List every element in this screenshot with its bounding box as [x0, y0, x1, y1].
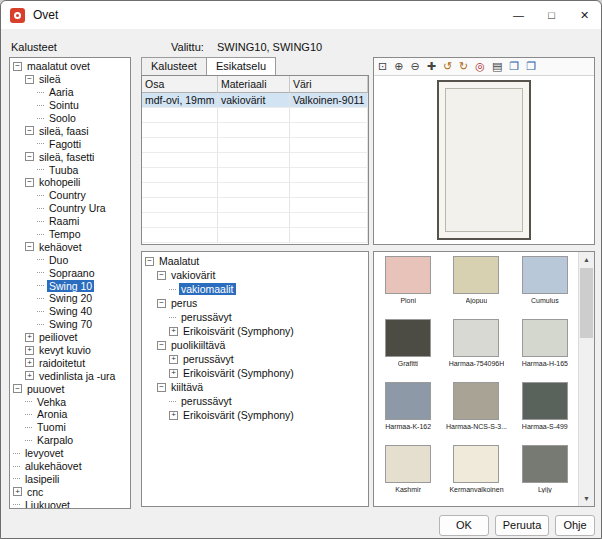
tree-item-label[interactable]: maalatut ovet	[25, 60, 92, 72]
color-swatch-cumulus[interactable]: Cumulus	[511, 256, 579, 319]
tree-item-label[interactable]: Swing 70	[47, 318, 94, 330]
tree-item-perus[interactable]: −perus	[142, 296, 368, 310]
fit-window-icon[interactable]: ⊡	[378, 61, 387, 72]
tree-item-label[interactable]: puolikiiltävä	[169, 339, 227, 351]
color-swatch-lyijy[interactable]: Lyijy	[511, 445, 579, 507]
tree-item-sointu[interactable]: Sointu	[10, 99, 130, 112]
table-cell[interactable]: mdf-ovi, 19mm (k)	[142, 93, 218, 108]
zoom-in-icon[interactable]: ⊕	[394, 61, 403, 72]
tree-item-liukuovet[interactable]: Liukuovet	[10, 498, 130, 509]
swatch-color[interactable]	[385, 256, 431, 294]
swatch-color[interactable]	[453, 319, 499, 357]
tree-item-label[interactable]: perussävyt	[179, 395, 234, 407]
tree-item-perussävyt[interactable]: perussävyt	[142, 310, 368, 324]
swatch-color[interactable]	[453, 445, 499, 483]
tree-item-aaria[interactable]: Aaria	[10, 86, 130, 99]
tree-item-label[interactable]: Karpalo	[35, 434, 75, 446]
expand-icon[interactable]: +	[169, 355, 178, 364]
zoom-out-icon[interactable]: ⊖	[410, 61, 419, 72]
tree-item-label[interactable]: Sointu	[47, 99, 81, 111]
tree-item-label[interactable]: lasipeili	[23, 473, 61, 485]
tree-item-label[interactable]: vedinlista ja -ura	[37, 370, 117, 382]
tree-item-label[interactable]: Aaria	[47, 86, 76, 98]
tree-item-label[interactable]: perus	[169, 297, 199, 309]
collapse-icon[interactable]: −	[25, 152, 34, 161]
tree-item-label[interactable]: Tempo	[47, 228, 83, 240]
expand-icon[interactable]: +	[169, 411, 178, 420]
tree-item-country[interactable]: Country	[10, 189, 130, 202]
pan-icon[interactable]: ✚	[427, 61, 436, 72]
collapse-icon[interactable]: −	[157, 341, 166, 350]
collapse-icon[interactable]: −	[145, 257, 154, 266]
tree-item-karpalo[interactable]: Karpalo	[10, 434, 130, 447]
close-icon[interactable]: ✕	[568, 1, 601, 29]
expand-icon[interactable]: +	[25, 371, 34, 380]
tree-item-label[interactable]: vakiovärit	[169, 269, 217, 281]
tree-item-maalatut-ovet[interactable]: −maalatut ovet	[10, 60, 130, 73]
tree-item-label[interactable]: Fagotti	[47, 138, 83, 150]
tree-item-label[interactable]: Swing 10	[47, 280, 94, 292]
tree-item-puuovet[interactable]: −puuovet	[10, 382, 130, 395]
color-swatch-grafitti[interactable]: Grafitti	[374, 319, 442, 382]
tree-item-vehka[interactable]: Vehka	[10, 395, 130, 408]
tree-item-label[interactable]: cnc	[25, 486, 45, 498]
swatch-color[interactable]	[453, 382, 499, 420]
tree-item-label[interactable]: Liukuovet	[23, 499, 72, 509]
swatch-color[interactable]	[522, 319, 568, 357]
tree-item-raidoitetut[interactable]: +raidoitetut	[10, 356, 130, 369]
color-swatch-harmaa-k-162[interactable]: Harmaa-K-162	[374, 382, 442, 445]
tree-item-label[interactable]: Maalatut	[157, 255, 201, 267]
tree-item-label[interactable]: Soolo	[47, 112, 78, 124]
rotate-right-icon[interactable]: ↻	[459, 61, 468, 72]
color-swatch-harmaa-ncs-s-3[interactable]: Harmaa-NCS-S-3...	[442, 382, 510, 445]
color-picker-icon[interactable]: ◎	[475, 61, 485, 72]
swatch-color[interactable]	[522, 445, 568, 483]
swatch-color[interactable]	[385, 445, 431, 483]
swatch-color[interactable]	[522, 256, 568, 294]
tree-item-label[interactable]: sileä, faasi	[37, 125, 91, 137]
tab-esikatselu[interactable]: Esikatselu	[206, 57, 276, 75]
tree-item-label[interactable]: levyovet	[23, 447, 66, 459]
tree-item-swing-40[interactable]: Swing 40	[10, 305, 130, 318]
tree-item-lasipeili[interactable]: lasipeili	[10, 473, 130, 486]
color-swatch-harmaa-754096h[interactable]: Harmaa-754096H	[442, 319, 510, 382]
cancel-button[interactable]: Peruuta	[495, 515, 549, 536]
tree-item-alukehäovet[interactable]: alukehäovet	[10, 460, 130, 473]
copy-icon[interactable]: ❐	[509, 61, 519, 72]
tree-item-sileä-fasetti[interactable]: −sileä, fasetti	[10, 150, 130, 163]
tree-item-label[interactable]: Tuomi	[35, 421, 68, 433]
tree-item-label[interactable]: peiliovet	[37, 331, 80, 343]
tree-item-perussävyt[interactable]: +perussävyt	[142, 352, 368, 366]
tree-item-label[interactable]: Erikoisvärit (Symphony)	[181, 325, 296, 337]
color-swatch-harmaa-s-499[interactable]: Harmaa-S-499	[511, 382, 579, 445]
expand-icon[interactable]: +	[13, 487, 22, 496]
swatch-color[interactable]	[385, 319, 431, 357]
collapse-icon[interactable]: −	[157, 271, 166, 280]
tree-item-label[interactable]: kehäovet	[37, 241, 84, 253]
ok-button[interactable]: OK	[439, 515, 489, 536]
tree-item-sileä-faasi[interactable]: −sileä, faasi	[10, 124, 130, 137]
tree-item-label[interactable]: kiiltävä	[169, 381, 205, 393]
tree-item-label[interactable]: Swing 20	[47, 292, 94, 304]
tree-item-tuomi[interactable]: Tuomi	[10, 421, 130, 434]
tree-item-tuuba[interactable]: Tuuba	[10, 163, 130, 176]
tree-item-erikoisvärit-symphony[interactable]: +Erikoisvärit (Symphony)	[142, 366, 368, 380]
tree-item-kiiltävä[interactable]: −kiiltävä	[142, 380, 368, 394]
tree-item-raami[interactable]: Raami	[10, 215, 130, 228]
collapse-icon[interactable]: −	[157, 383, 166, 392]
tree-item-duo[interactable]: Duo	[10, 253, 130, 266]
tree-item-perussävyt[interactable]: perussävyt	[142, 394, 368, 408]
tree-item-aronia[interactable]: Aronia	[10, 408, 130, 421]
layers-icon[interactable]: ▤	[492, 61, 502, 72]
tree-item-label[interactable]: puuovet	[25, 383, 66, 395]
collapse-icon[interactable]: −	[25, 242, 34, 251]
tree-item-label[interactable]: Country Ura	[47, 202, 108, 214]
color-swatch-kermanvalkoinen[interactable]: Kermanvalkoinen	[442, 445, 510, 507]
scroll-up-icon[interactable]: ▲	[579, 252, 594, 267]
tree-item-peiliovet[interactable]: +peiliovet	[10, 331, 130, 344]
tree-item-label[interactable]: perussävyt	[179, 311, 234, 323]
collapse-icon[interactable]: −	[25, 178, 34, 187]
table-cell[interactable]: Valkoinen-9011	[290, 93, 368, 108]
tree-item-maalatut[interactable]: −Maalatut	[142, 254, 368, 268]
tree-item-label[interactable]: Raami	[47, 215, 81, 227]
